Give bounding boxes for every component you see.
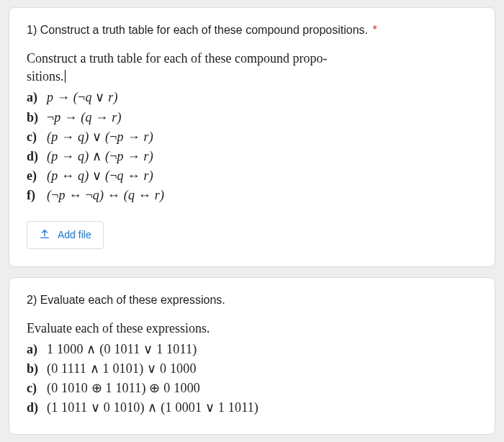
q1-lead-line1: Construct a truth table for each of thes… <box>27 50 477 68</box>
item-label: b) <box>27 360 44 378</box>
q2-item-list: a) 1 1000 ∧ (0 1011 ∨ 1 1011) b) (0 1111… <box>27 340 477 418</box>
item-expression: (0 1010 ⊕ 1 1011) ⊕ 0 1000 <box>47 379 200 397</box>
question-1-card: 1) Construct a truth table for each of t… <box>9 7 495 267</box>
q1-lead-line2: sitions. <box>27 68 477 86</box>
question-1-title: 1) Construct a truth table for each of t… <box>27 24 477 37</box>
q1-item-a: a) p → (¬q ∨ r) <box>27 89 477 107</box>
item-label: b) <box>27 109 44 127</box>
item-label: d) <box>27 148 44 166</box>
q1-item-b: b) ¬p → (q → r) <box>27 109 477 127</box>
item-label: d) <box>27 399 44 417</box>
item-expression: (0 1111 ∧ 1 0101) ∨ 0 1000 <box>47 360 197 378</box>
item-expression: (p ↔ q) ∨ (¬q ↔ r) <box>47 167 153 185</box>
item-expression: (p → q) ∧ (¬p → r) <box>47 148 153 166</box>
item-expression: p → (¬q ∨ r) <box>47 89 118 107</box>
q1-item-e: e) (p ↔ q) ∨ (¬q ↔ r) <box>27 167 477 185</box>
item-label: c) <box>27 379 44 397</box>
upload-icon <box>39 228 50 242</box>
item-expression: ¬p → (q → r) <box>47 109 122 127</box>
required-asterisk: * <box>373 24 377 36</box>
item-label: a) <box>27 89 44 107</box>
item-expression: (1 1011 ∨ 0 1010) ∧ (1 0001 ∨ 1 1011) <box>47 399 258 417</box>
q1-item-c: c) (p → q) ∨ (¬p → r) <box>27 128 477 146</box>
question-1-body: Construct a truth table for each of thes… <box>27 50 477 205</box>
q2-item-c: c) (0 1010 ⊕ 1 1011) ⊕ 0 1000 <box>27 379 477 397</box>
q2-lead: Evaluate each of these expressions. <box>27 320 477 338</box>
item-label: f) <box>27 186 44 204</box>
q2-item-a: a) 1 1000 ∧ (0 1011 ∨ 1 1011) <box>27 340 477 358</box>
question-1-title-text: 1) Construct a truth table for each of t… <box>27 24 368 36</box>
q1-item-list: a) p → (¬q ∨ r) b) ¬p → (q → r) c) (p → … <box>27 89 477 204</box>
q1-item-d: d) (p → q) ∧ (¬p → r) <box>27 148 477 166</box>
item-expression: 1 1000 ∧ (0 1011 ∨ 1 1011) <box>47 340 197 358</box>
question-2-body: Evaluate each of these expressions. a) 1… <box>27 320 477 418</box>
q1-lead-line2-text: sitions. <box>27 69 64 84</box>
q1-item-f: f) (¬p ↔ ¬q) ↔ (q ↔ r) <box>27 186 477 204</box>
q2-item-b: b) (0 1111 ∧ 1 0101) ∨ 0 1000 <box>27 360 477 378</box>
text-cursor <box>65 70 66 83</box>
add-file-label: Add file <box>58 229 91 240</box>
item-expression: (¬p ↔ ¬q) ↔ (q ↔ r) <box>47 186 164 204</box>
item-label: c) <box>27 128 44 146</box>
question-2-title: 2) Evaluate each of these expressions. <box>27 294 477 307</box>
item-label: e) <box>27 167 44 185</box>
add-file-button[interactable]: Add file <box>27 221 104 249</box>
item-expression: (p → q) ∨ (¬p → r) <box>47 128 153 146</box>
item-label: a) <box>27 340 44 358</box>
q2-item-d: d) (1 1011 ∨ 0 1010) ∧ (1 0001 ∨ 1 1011) <box>27 399 477 417</box>
question-2-card: 2) Evaluate each of these expressions. E… <box>9 277 495 436</box>
